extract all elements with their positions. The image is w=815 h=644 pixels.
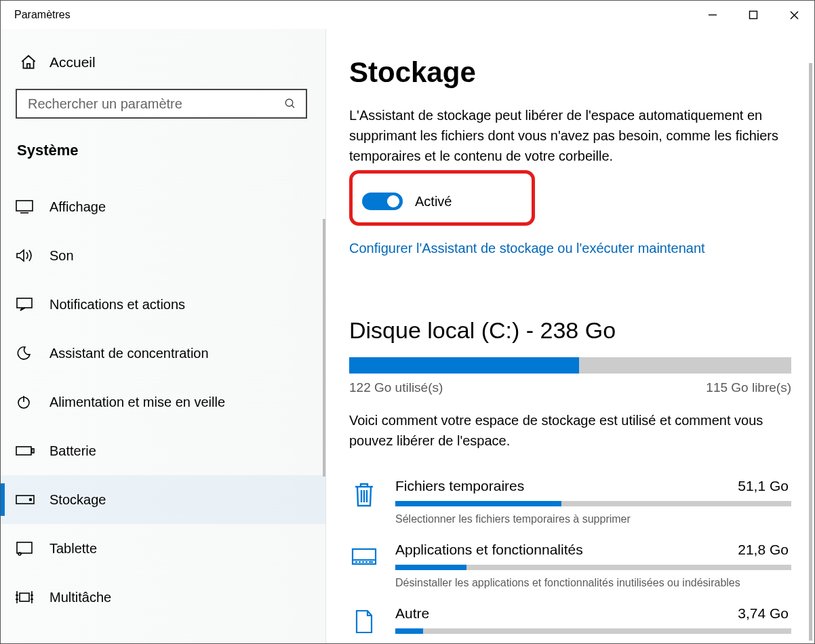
disk-usage-bar-fill	[349, 357, 579, 374]
category-list: Fichiers temporaires 51,1 Go Sélectionne…	[349, 466, 791, 639]
svg-point-4	[285, 99, 293, 106]
titlebar: Paramètres	[1, 1, 814, 29]
moon-icon	[16, 345, 43, 361]
disk-title: Disque local (C:) - 238 Go	[349, 317, 791, 344]
category-other[interactable]: Autre 3,74 Go	[349, 593, 791, 639]
content-scrollbar[interactable]	[809, 63, 812, 641]
category-label: Applications et fonctionnalités	[395, 542, 583, 558]
window-title: Paramètres	[14, 9, 71, 21]
sidebar-home[interactable]: Accueil	[1, 43, 325, 82]
storage-icon	[16, 494, 43, 505]
search-container	[1, 82, 325, 129]
sidebar-item-label: Multitâche	[49, 590, 111, 605]
highlight-annotation: Activé	[349, 170, 535, 226]
category-sub: Désinstaller les applications et fonctio…	[395, 577, 791, 589]
home-icon	[20, 54, 44, 71]
sidebar-item-storage[interactable]: Stockage	[1, 475, 325, 524]
toggle-knob	[387, 195, 399, 207]
content: Stockage L'Assistant de stockage peut li…	[326, 29, 814, 643]
sidebar-item-display[interactable]: Affichage	[1, 182, 325, 231]
sidebar-item-tablet[interactable]: Tablette	[1, 524, 325, 573]
sidebar-home-label: Accueil	[49, 54, 96, 71]
sidebar-item-label: Assistant de concentration	[49, 346, 209, 361]
disk-free-label: 115 Go libre(s)	[706, 380, 791, 395]
body: Accueil Système	[1, 29, 814, 643]
svg-rect-11	[16, 447, 31, 455]
svg-line-5	[292, 105, 294, 108]
notifications-icon	[16, 297, 43, 312]
category-bar	[395, 501, 791, 506]
category-bar	[395, 565, 791, 570]
disk-usage-labels: 122 Go utilisé(s) 115 Go libre(s)	[349, 380, 791, 395]
sidebar-item-sound[interactable]: Son	[1, 231, 325, 280]
category-label: Fichiers temporaires	[395, 478, 524, 494]
category-size: 3,74 Go	[738, 605, 789, 622]
sidebar-item-label: Notifications et actions	[49, 297, 185, 313]
category-apps[interactable]: Applications et fonctionnalités 21,8 Go …	[349, 529, 791, 593]
sound-icon	[16, 248, 43, 263]
sidebar-item-label: Batterie	[49, 443, 96, 459]
category-temp-files[interactable]: Fichiers temporaires 51,1 Go Sélectionne…	[349, 466, 791, 529]
maximize-button[interactable]	[733, 1, 774, 29]
storage-sense-toggle-label: Activé	[415, 194, 452, 209]
close-button[interactable]	[774, 1, 814, 29]
multitask-icon	[16, 590, 43, 605]
tablet-icon	[16, 541, 43, 556]
sidebar-item-label: Tablette	[49, 541, 97, 557]
sidebar-item-label: Affichage	[49, 199, 106, 215]
sidebar-item-power[interactable]: Alimentation et mise en veille	[1, 378, 325, 426]
search-icon	[284, 98, 296, 110]
search-input[interactable]	[26, 96, 271, 113]
svg-rect-1	[750, 12, 757, 19]
usage-description: Voici comment votre espace de stockage e…	[349, 410, 783, 451]
svg-rect-6	[16, 201, 33, 211]
svg-rect-8	[17, 298, 32, 308]
configure-storage-sense-link[interactable]: Configurer l'Assistant de stockage ou l'…	[349, 241, 705, 256]
disk-usage-bar	[349, 357, 791, 374]
category-bar	[395, 628, 791, 634]
file-icon	[349, 608, 379, 635]
search-box[interactable]	[16, 89, 307, 119]
power-icon	[16, 394, 43, 410]
sidebar-item-notifications[interactable]: Notifications et actions	[1, 280, 325, 329]
category-size: 21,8 Go	[738, 542, 789, 558]
sidebar-scrollbar[interactable]	[323, 219, 325, 477]
sidebar-item-label: Son	[49, 248, 74, 264]
category-size: 51,1 Go	[738, 478, 789, 494]
page-title: Stockage	[349, 56, 791, 89]
display-icon	[16, 200, 43, 214]
battery-icon	[16, 445, 43, 456]
sidebar-item-multitask[interactable]: Multitâche	[1, 573, 325, 622]
sidebar-item-focus-assist[interactable]: Assistant de concentration	[1, 329, 325, 378]
svg-rect-19	[20, 593, 29, 601]
storage-sense-toggle[interactable]	[362, 193, 403, 210]
svg-rect-12	[32, 449, 34, 453]
sidebar-item-label: Alimentation et mise en veille	[49, 395, 225, 410]
category-sub: Sélectionner les fichiers temporaires à …	[395, 513, 791, 525]
storage-sense-toggle-row: Activé	[358, 186, 464, 217]
window-controls	[692, 1, 814, 29]
svg-point-16	[18, 552, 21, 555]
sidebar-section-title: Système	[1, 129, 325, 162]
category-label: Autre	[395, 605, 429, 622]
sidebar-item-label: Stockage	[49, 492, 106, 508]
sidebar: Accueil Système	[1, 29, 326, 643]
nav-list: Affichage Son No	[1, 182, 325, 622]
minimize-button[interactable]	[692, 1, 733, 29]
svg-rect-15	[17, 542, 32, 553]
storage-assist-description: L'Assistant de stockage peut libérer de …	[349, 105, 783, 166]
sidebar-item-battery[interactable]: Batterie	[1, 426, 325, 475]
disk-used-label: 122 Go utilisé(s)	[349, 380, 443, 395]
settings-window: Paramètres Accueil	[0, 0, 815, 644]
trash-icon	[349, 481, 379, 508]
apps-icon	[349, 544, 379, 571]
svg-point-14	[30, 499, 32, 501]
